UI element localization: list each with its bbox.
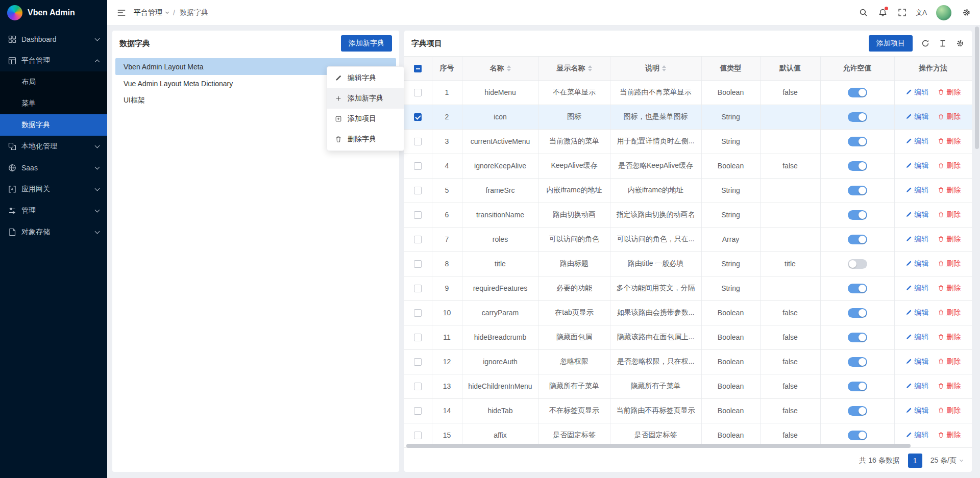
- page-size-select[interactable]: 25 条/页: [930, 456, 963, 465]
- edit-button[interactable]: 编辑: [905, 112, 928, 121]
- refresh-icon[interactable]: [921, 39, 930, 48]
- edit-button[interactable]: 编辑: [905, 259, 928, 268]
- column-header-name[interactable]: 名称: [462, 57, 538, 80]
- edit-button[interactable]: 编辑: [905, 406, 928, 415]
- row-checkbox[interactable]: [414, 309, 422, 317]
- sidebar-item-gateway[interactable]: 应用网关: [0, 179, 107, 200]
- fullscreen-icon[interactable]: [897, 8, 906, 17]
- settings-gear-icon[interactable]: [962, 8, 971, 17]
- delete-button[interactable]: 删除: [938, 284, 961, 293]
- edit-button[interactable]: 编辑: [905, 431, 928, 440]
- row-checkbox[interactable]: [414, 260, 422, 268]
- sidebar-item-object-storage[interactable]: 对象存储: [0, 221, 107, 243]
- row-checkbox[interactable]: [414, 162, 422, 170]
- delete-button[interactable]: 删除: [938, 406, 961, 415]
- allow-null-toggle[interactable]: [848, 161, 867, 171]
- column-settings-gear-icon[interactable]: [955, 39, 965, 48]
- delete-button[interactable]: 删除: [938, 137, 961, 146]
- context-menu-delete-dictionary[interactable]: 删除字典: [327, 129, 404, 149]
- edit-button[interactable]: 编辑: [905, 333, 928, 342]
- allow-null-toggle[interactable]: [848, 88, 867, 97]
- allow-null-toggle[interactable]: [848, 235, 867, 244]
- sidebar-item-layout[interactable]: 布局: [0, 71, 107, 93]
- edit-button[interactable]: 编辑: [905, 186, 928, 195]
- sort-icons[interactable]: [507, 65, 511, 71]
- row-checkbox[interactable]: [414, 432, 422, 439]
- context-menu-edit-dictionary[interactable]: 编辑字典: [327, 68, 404, 88]
- context-menu-add-item[interactable]: 添加项目: [327, 109, 404, 129]
- column-header-description[interactable]: 说明: [610, 57, 701, 80]
- app-logo[interactable]: Vben Admin: [0, 0, 107, 26]
- horizontal-scrollbar-thumb[interactable]: [406, 444, 911, 448]
- delete-button[interactable]: 删除: [938, 308, 961, 317]
- add-dictionary-button[interactable]: 添加新字典: [341, 35, 392, 52]
- sort-icons[interactable]: [662, 65, 666, 71]
- allow-null-toggle[interactable]: [848, 431, 867, 440]
- row-checkbox[interactable]: [414, 211, 422, 219]
- sidebar-item-platform-management[interactable]: 平台管理: [0, 50, 107, 71]
- edit-button[interactable]: 编辑: [905, 88, 928, 97]
- edit-button[interactable]: 编辑: [905, 161, 928, 170]
- row-checkbox[interactable]: [414, 89, 422, 96]
- vertical-scrollbar[interactable]: [975, 27, 979, 476]
- edit-button[interactable]: 编辑: [905, 382, 928, 391]
- edit-button[interactable]: 编辑: [905, 235, 928, 244]
- user-avatar[interactable]: [936, 5, 951, 20]
- search-icon[interactable]: [859, 8, 868, 17]
- delete-button[interactable]: 删除: [938, 431, 961, 440]
- sidebar-item-saas[interactable]: Saas: [0, 157, 107, 179]
- sidebar-item-dashboard[interactable]: Dashboard: [0, 29, 107, 50]
- select-all-checkbox[interactable]: [414, 65, 422, 72]
- delete-button[interactable]: 删除: [938, 161, 961, 170]
- edit-button[interactable]: 编辑: [905, 137, 928, 146]
- notification-bell-icon[interactable]: [878, 8, 887, 17]
- edit-button[interactable]: 编辑: [905, 357, 928, 366]
- menu-collapse-icon[interactable]: [116, 8, 127, 18]
- allow-null-toggle[interactable]: [848, 308, 867, 318]
- vertical-scrollbar-thumb[interactable]: [975, 27, 979, 149]
- delete-button[interactable]: 删除: [938, 382, 961, 391]
- row-checkbox[interactable]: [414, 285, 422, 292]
- delete-button[interactable]: 删除: [938, 88, 961, 97]
- row-checkbox[interactable]: [414, 187, 422, 194]
- allow-null-toggle[interactable]: [848, 333, 867, 342]
- page-1-button[interactable]: 1: [908, 454, 922, 468]
- delete-button[interactable]: 删除: [938, 112, 961, 121]
- column-header-display-name[interactable]: 显示名称: [538, 57, 610, 80]
- allow-null-toggle[interactable]: [848, 357, 867, 367]
- sidebar-item-data-dictionary[interactable]: 数据字典: [0, 114, 107, 136]
- breadcrumb-item-platform[interactable]: 平台管理: [134, 8, 168, 17]
- row-height-icon[interactable]: [938, 39, 947, 48]
- row-checkbox[interactable]: [414, 138, 422, 145]
- allow-null-toggle[interactable]: [848, 406, 867, 416]
- translate-icon[interactable]: 文A: [917, 8, 926, 17]
- allow-null-toggle[interactable]: [848, 210, 867, 220]
- horizontal-scrollbar[interactable]: [406, 444, 948, 448]
- context-menu-add-dictionary[interactable]: 添加新字典: [327, 88, 404, 109]
- row-checkbox[interactable]: [414, 358, 422, 366]
- sidebar-item-menu[interactable]: 菜单: [0, 93, 107, 114]
- row-checkbox[interactable]: [414, 407, 422, 415]
- add-item-button[interactable]: 添加项目: [869, 35, 913, 52]
- allow-null-toggle[interactable]: [848, 112, 867, 122]
- delete-button[interactable]: 删除: [938, 357, 961, 366]
- sort-icons[interactable]: [588, 65, 592, 71]
- allow-null-toggle[interactable]: [848, 137, 867, 146]
- row-checkbox[interactable]: [414, 383, 422, 390]
- delete-button[interactable]: 删除: [938, 235, 961, 244]
- edit-button[interactable]: 编辑: [905, 284, 928, 293]
- edit-button[interactable]: 编辑: [905, 210, 928, 219]
- edit-button[interactable]: 编辑: [905, 308, 928, 317]
- row-checkbox[interactable]: [414, 236, 422, 243]
- delete-button[interactable]: 删除: [938, 210, 961, 219]
- sidebar-item-management[interactable]: 管理: [0, 200, 107, 221]
- row-checkbox[interactable]: [414, 334, 422, 341]
- sidebar-item-localization[interactable]: 本地化管理: [0, 136, 107, 157]
- delete-button[interactable]: 删除: [938, 333, 961, 342]
- delete-button[interactable]: 删除: [938, 186, 961, 195]
- allow-null-toggle[interactable]: [848, 186, 867, 195]
- allow-null-toggle[interactable]: [848, 284, 867, 293]
- allow-null-toggle[interactable]: [848, 259, 867, 269]
- allow-null-toggle[interactable]: [848, 382, 867, 391]
- delete-button[interactable]: 删除: [938, 259, 961, 268]
